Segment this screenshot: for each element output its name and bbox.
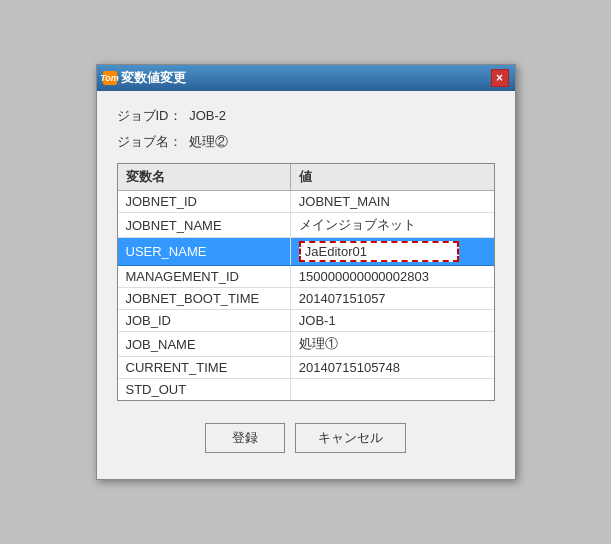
variable-change-dialog: Tom 変数値変更 × ジョブID： JOB-2 ジョブ名： 処理② 変数名 (96, 64, 516, 480)
table-row[interactable]: JOBNET_NAMEメインジョブネット (118, 213, 494, 238)
variable-table-container: 変数名 値 JOBNET_IDJOBNET_MAINJOBNET_NAMEメイン… (117, 163, 495, 401)
register-button[interactable]: 登録 (205, 423, 285, 453)
cell-var-value[interactable] (290, 238, 493, 266)
job-name-label: ジョブ名： (117, 134, 182, 149)
cell-var-value: JOB-1 (290, 310, 493, 332)
cancel-button[interactable]: キャンセル (295, 423, 406, 453)
cell-var-name: STD_OUT (118, 379, 291, 401)
cell-var-value: 処理① (290, 332, 493, 357)
close-button[interactable]: × (491, 69, 509, 87)
job-name-row: ジョブ名： 処理② (117, 133, 495, 151)
table-wrapper[interactable]: 変数名 値 JOBNET_IDJOBNET_MAINJOBNET_NAMEメイン… (118, 164, 494, 400)
cell-var-name: JOB_ID (118, 310, 291, 332)
title-bar: Tom 変数値変更 × (97, 65, 515, 91)
cell-var-name: JOB_NAME (118, 332, 291, 357)
table-row[interactable]: MANAGEMENT_ID150000000000002803 (118, 266, 494, 288)
job-id-label: ジョブID： (117, 108, 182, 123)
cell-var-value (290, 379, 493, 401)
table-row[interactable]: JOBNET_BOOT_TIME201407151057 (118, 288, 494, 310)
cell-var-value: 20140715105748 (290, 357, 493, 379)
table-row[interactable]: JOBNET_IDJOBNET_MAIN (118, 191, 494, 213)
title-bar-left: Tom 変数値変更 (103, 69, 186, 87)
table-row[interactable]: USER_NAME (118, 238, 494, 266)
table-row[interactable]: JOB_NAME処理① (118, 332, 494, 357)
col-header-value: 値 (290, 164, 493, 191)
col-header-name: 変数名 (118, 164, 291, 191)
footer: 登録 キャンセル (117, 415, 495, 467)
cell-var-name: CURRENT_TIME (118, 357, 291, 379)
job-id-value: JOB-2 (189, 108, 226, 123)
table-header-row: 変数名 値 (118, 164, 494, 191)
cell-var-value: 201407151057 (290, 288, 493, 310)
table-row[interactable]: STD_OUT (118, 379, 494, 401)
editable-value-input[interactable] (299, 241, 459, 262)
cell-var-value: メインジョブネット (290, 213, 493, 238)
cell-var-name: JOBNET_NAME (118, 213, 291, 238)
variable-table: 変数名 値 JOBNET_IDJOBNET_MAINJOBNET_NAMEメイン… (118, 164, 494, 400)
job-name-value: 処理② (189, 134, 228, 149)
cell-var-name: USER_NAME (118, 238, 291, 266)
cell-var-name: JOBNET_ID (118, 191, 291, 213)
table-row[interactable]: CURRENT_TIME20140715105748 (118, 357, 494, 379)
cell-var-value: 150000000000002803 (290, 266, 493, 288)
cell-var-name: MANAGEMENT_ID (118, 266, 291, 288)
app-icon: Tom (103, 71, 117, 85)
cell-var-name: JOBNET_BOOT_TIME (118, 288, 291, 310)
dialog-body: ジョブID： JOB-2 ジョブ名： 処理② 変数名 値 JOBNET_ID (97, 91, 515, 479)
dialog-title: 変数値変更 (121, 69, 186, 87)
job-id-row: ジョブID： JOB-2 (117, 107, 495, 125)
table-row[interactable]: JOB_IDJOB-1 (118, 310, 494, 332)
cell-var-value: JOBNET_MAIN (290, 191, 493, 213)
